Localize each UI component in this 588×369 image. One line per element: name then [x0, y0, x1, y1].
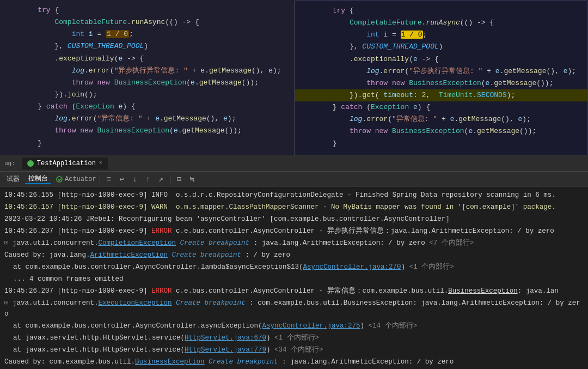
log-line: at com.example.bus.controller.AsyncContr…: [4, 261, 584, 273]
log-line: ... 4 common frames omitted: [4, 273, 584, 285]
log-line: at com.example.bus.controller.AsyncContr…: [4, 320, 584, 332]
log-line: ⊡ java.util.concurrent.CompletionExcepti…: [4, 237, 584, 249]
code-line: CompletableFuture.runAsync(() -> {: [0, 16, 294, 28]
tab-bar: ug: TestApplication ×: [0, 155, 588, 172]
actuator-label[interactable]: Actuator: [56, 176, 96, 183]
code-line: try {: [295, 5, 588, 17]
toolbar-align-btn[interactable]: ≒: [187, 174, 198, 185]
code-line: } catch (Exception e) {: [295, 101, 588, 113]
right-code-panel: try { CompletableFuture.runAsync(() -> {…: [295, 0, 589, 155]
stack-link-1[interactable]: AsyncController.java:270: [303, 263, 401, 271]
toolbar-up-btn[interactable]: ↑: [143, 174, 154, 185]
code-line: }: [0, 137, 294, 149]
code-line: throw new BusinessException(e.getMessage…: [295, 77, 588, 89]
toolbar: 试器 控制台 Actuator ≡ ↩ ↓ ↑ ↗ ⊟ ≒: [0, 172, 588, 187]
actuator-icon: [56, 176, 63, 183]
code-area: try { CompletableFuture.runAsync(() -> {…: [0, 0, 588, 155]
tab-label: TestApplication: [37, 160, 96, 167]
log-line: 10:45:26.155 [http-nio-1000-exec-9] INFO…: [4, 189, 584, 201]
bottom-area: ug: TestApplication × 试器 控制台 Actuator ≡ …: [0, 155, 588, 369]
code-line: }, CUSTOM_THREAD_POOL): [295, 41, 588, 53]
stack-link-3[interactable]: HttpServlet.java:670: [185, 334, 266, 342]
code-line: log.error("异常信息: " + e.getMessage(), e);: [0, 113, 294, 125]
toolbar-back-btn[interactable]: ↩: [117, 174, 127, 185]
code-popup: try { CompletableFuture.runAsync(() -> {…: [295, 0, 589, 155]
log-line: 10:45:26.157 [http-nio-1000-exec-9] WARN…: [4, 201, 584, 213]
code-line: throw new BusinessException(e.getMessage…: [0, 77, 294, 89]
code-line: .exceptionally(e -> {: [0, 53, 294, 65]
log-line: Caused by: com.example.bus.util.Business…: [4, 356, 584, 368]
code-line: }: [295, 138, 588, 150]
tab-icon: [27, 160, 34, 167]
console-output: 10:45:26.155 [http-nio-1000-exec-9] INFO…: [0, 187, 588, 369]
toolbar-separator2: [170, 175, 170, 184]
code-line-highlighted: }).get( timeout: 2, TimeUnit.SECONDS);: [295, 89, 588, 101]
completion-exception-link[interactable]: CompletionException: [99, 239, 176, 247]
log-line: Caused by: java.lang.ArithmeticException…: [4, 249, 584, 261]
log-line: at javax.servlet.http.HttpServlet.servic…: [4, 332, 584, 344]
code-line: int i = 1 / 0;: [0, 28, 294, 40]
console-label[interactable]: 试器: [3, 174, 23, 184]
toolbar-separator: [100, 175, 100, 184]
arithmetic-exception-link[interactable]: ArithmeticException: [90, 251, 168, 259]
code-line: .exceptionally(e -> {: [295, 53, 588, 65]
code-line: throw new BusinessException(e.getMessage…: [0, 125, 294, 137]
log-line: at javax.servlet.http.HttpServlet.servic…: [4, 344, 584, 356]
code-line: throw new BusinessException(e.getMessage…: [295, 125, 588, 137]
execution-exception-link[interactable]: ExecutionException: [99, 299, 172, 307]
debug-label: ug:: [4, 160, 15, 167]
log-line: 10:45:26.207 [http-nio-1000-exec-9] ERRO…: [4, 285, 584, 297]
code-line: } catch (Exception e) {: [0, 101, 294, 113]
code-line: log.error("异步执行异常信息: " + e.getMessage(),…: [295, 65, 588, 77]
code-line: int i = 1 / 0;: [295, 29, 588, 41]
code-line: }).join();: [0, 89, 294, 101]
code-line: }, CUSTOM_THREAD_POOL): [0, 40, 294, 52]
svg-point-0: [57, 177, 62, 182]
log-line: ⊡ java.util.concurrent.ExecutionExceptio…: [4, 297, 584, 320]
log-line: 10:45:26.207 [http-nio-1000-exec-9] ERRO…: [4, 225, 584, 237]
test-application-tab[interactable]: TestApplication ×: [22, 158, 108, 170]
stack-link-2[interactable]: AsyncController.java:275: [262, 322, 360, 330]
code-line: CompletableFuture.runAsync(() -> {: [295, 17, 588, 29]
stack-link-4[interactable]: HttpServlet.java:779: [185, 346, 266, 354]
log-line: 2023-03-22 10:45:26 JRebel: Reconfigurin…: [4, 213, 584, 225]
toolbar-down-btn[interactable]: ↓: [130, 174, 140, 185]
code-line: log.error("异步执行异常信息: " + e.getMessage(),…: [0, 65, 294, 77]
toolbar-menu-btn[interactable]: ≡: [103, 174, 114, 185]
business-exception-link[interactable]: BusinessException: [135, 358, 205, 366]
tab-close-button[interactable]: ×: [99, 160, 102, 166]
code-line: log.error("异常信息: " + e.getMessage(), e);: [295, 113, 588, 125]
left-code-panel: try { CompletableFuture.runAsync(() -> {…: [0, 0, 295, 155]
toolbar-jump-btn[interactable]: ↗: [156, 174, 167, 185]
code-line: try {: [0, 4, 294, 16]
output-label[interactable]: 控制台: [25, 174, 51, 184]
toolbar-grid-btn[interactable]: ⊟: [174, 174, 185, 185]
